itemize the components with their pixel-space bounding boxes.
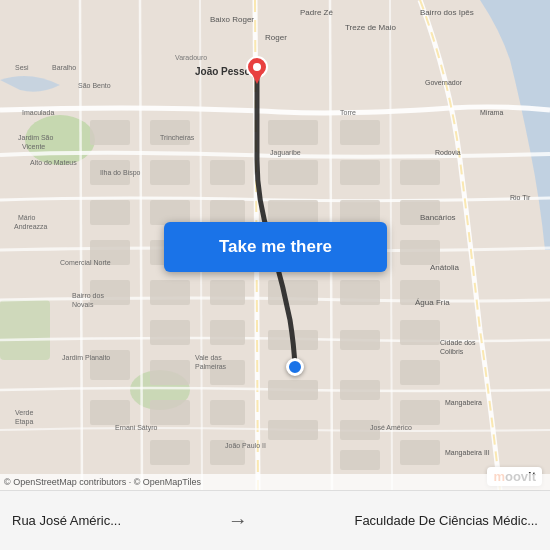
svg-text:Baralho: Baralho bbox=[52, 64, 76, 71]
svg-text:Bancários: Bancários bbox=[420, 213, 456, 222]
svg-text:Torre: Torre bbox=[340, 109, 356, 116]
svg-text:Imaculada: Imaculada bbox=[22, 109, 54, 116]
svg-rect-17 bbox=[150, 360, 190, 385]
svg-text:Vale das: Vale das bbox=[195, 354, 222, 361]
svg-text:Mário: Mário bbox=[18, 214, 36, 221]
take-me-there-button[interactable]: Take me there bbox=[164, 222, 387, 272]
svg-rect-28 bbox=[268, 160, 318, 185]
svg-text:Vicente: Vicente bbox=[22, 143, 45, 150]
svg-text:João Paulo II: João Paulo II bbox=[225, 442, 266, 449]
route-destination-name: Faculdade De Ciências Médic... bbox=[354, 513, 538, 528]
svg-text:Ernani Sátyro: Ernani Sátyro bbox=[115, 424, 158, 432]
svg-marker-96 bbox=[251, 72, 263, 84]
svg-rect-40 bbox=[340, 330, 380, 350]
svg-text:Trincheiras: Trincheiras bbox=[160, 134, 195, 141]
svg-text:Novais: Novais bbox=[72, 301, 94, 308]
svg-rect-25 bbox=[210, 400, 245, 425]
svg-text:Água Fria: Água Fria bbox=[415, 298, 450, 307]
svg-text:Comercial Norte: Comercial Norte bbox=[60, 259, 111, 266]
svg-rect-18 bbox=[150, 400, 190, 425]
svg-text:Sesi: Sesi bbox=[15, 64, 29, 71]
svg-text:Colibris: Colibris bbox=[440, 348, 464, 355]
svg-text:Jardim São: Jardim São bbox=[18, 134, 54, 141]
svg-rect-43 bbox=[340, 450, 380, 470]
svg-rect-3 bbox=[0, 300, 50, 360]
svg-text:Bairro dos: Bairro dos bbox=[72, 292, 104, 299]
svg-text:Jaguaribe: Jaguaribe bbox=[270, 149, 301, 157]
route-origin: Rua José Améric... bbox=[12, 513, 121, 528]
svg-rect-50 bbox=[400, 400, 440, 425]
svg-rect-15 bbox=[150, 280, 190, 305]
svg-rect-49 bbox=[400, 360, 440, 385]
svg-rect-31 bbox=[268, 280, 318, 305]
svg-rect-4 bbox=[90, 120, 130, 145]
svg-rect-36 bbox=[340, 160, 380, 185]
svg-text:Rodovia: Rodovia bbox=[435, 149, 461, 156]
svg-rect-6 bbox=[90, 200, 130, 225]
svg-rect-19 bbox=[150, 440, 190, 465]
svg-text:Treze de Maio: Treze de Maio bbox=[345, 23, 396, 32]
svg-rect-44 bbox=[400, 160, 440, 185]
svg-rect-34 bbox=[268, 420, 318, 440]
svg-text:Governador: Governador bbox=[425, 79, 463, 86]
svg-text:Andreazza: Andreazza bbox=[14, 223, 48, 230]
svg-rect-32 bbox=[268, 330, 318, 350]
svg-text:Jardim Planalto: Jardim Planalto bbox=[62, 354, 110, 361]
destination-marker bbox=[286, 358, 304, 376]
svg-text:Mangabeira III: Mangabeira III bbox=[445, 449, 490, 457]
origin-marker bbox=[246, 56, 268, 78]
map-attribution: © OpenStreetMap contributors · © OpenMap… bbox=[0, 474, 550, 490]
svg-rect-48 bbox=[400, 320, 440, 345]
svg-rect-39 bbox=[340, 280, 380, 305]
svg-rect-12 bbox=[150, 160, 190, 185]
svg-text:Ilha do Bispo: Ilha do Bispo bbox=[100, 169, 141, 177]
svg-text:Alto do Mateus: Alto do Mateus bbox=[30, 159, 77, 166]
svg-rect-35 bbox=[340, 120, 380, 145]
svg-text:Roger: Roger bbox=[265, 33, 287, 42]
svg-text:Varadouro: Varadouro bbox=[175, 54, 207, 61]
svg-rect-27 bbox=[268, 120, 318, 145]
svg-rect-23 bbox=[210, 320, 245, 345]
svg-rect-20 bbox=[210, 160, 245, 185]
svg-rect-51 bbox=[400, 440, 440, 465]
svg-text:Mirama: Mirama bbox=[480, 109, 503, 116]
svg-rect-33 bbox=[268, 380, 318, 400]
svg-text:Padre Zé: Padre Zé bbox=[300, 8, 333, 17]
svg-text:Anátolia: Anátolia bbox=[430, 263, 459, 272]
svg-point-97 bbox=[253, 63, 261, 71]
svg-text:Palmeiras: Palmeiras bbox=[195, 363, 227, 370]
svg-rect-22 bbox=[210, 280, 245, 305]
route-destination: Faculdade De Ciências Médic... bbox=[354, 513, 538, 528]
svg-rect-16 bbox=[150, 320, 190, 345]
svg-text:Cidade dos: Cidade dos bbox=[440, 339, 476, 346]
svg-text:São Bento: São Bento bbox=[78, 82, 111, 89]
map-container: Baixo Roger Padre Zé Bairro dos Ipês Rog… bbox=[0, 0, 550, 490]
svg-text:Verde: Verde bbox=[15, 409, 33, 416]
route-origin-name: Rua José Améric... bbox=[12, 513, 121, 528]
svg-text:Rio Tir: Rio Tir bbox=[510, 194, 531, 201]
bottom-bar: Rua José Améric... → Faculdade De Ciênci… bbox=[0, 490, 550, 550]
svg-rect-10 bbox=[90, 400, 130, 425]
svg-text:Mangabeira: Mangabeira bbox=[445, 399, 482, 407]
svg-rect-46 bbox=[400, 240, 440, 265]
route-arrow: → bbox=[228, 509, 248, 532]
svg-text:José Américo: José Américo bbox=[370, 424, 412, 431]
svg-text:Bairro dos Ipês: Bairro dos Ipês bbox=[420, 8, 474, 17]
svg-rect-41 bbox=[340, 380, 380, 400]
svg-text:Etapa: Etapa bbox=[15, 418, 33, 426]
svg-rect-11 bbox=[150, 120, 190, 145]
svg-text:Baixo Roger: Baixo Roger bbox=[210, 15, 254, 24]
